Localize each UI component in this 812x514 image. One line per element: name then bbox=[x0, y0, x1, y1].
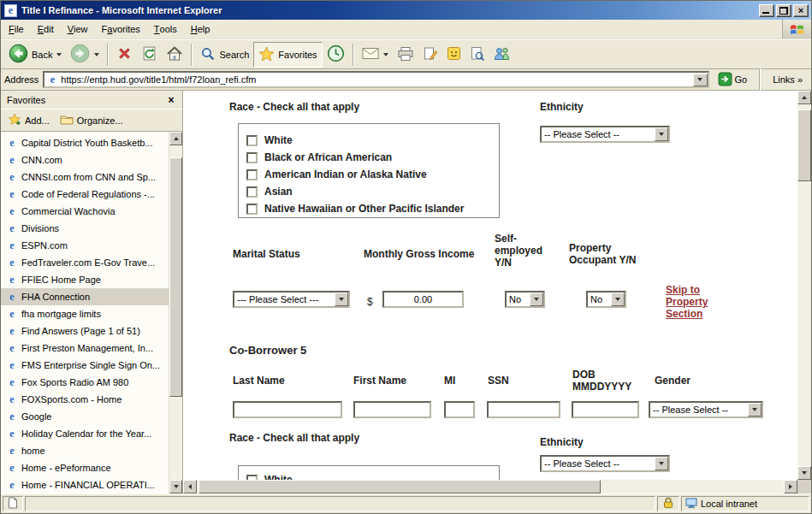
favorites-button[interactable]: Favorites bbox=[253, 42, 322, 68]
favorites-item[interactable]: eFox Sports Radio AM 980 bbox=[1, 374, 169, 391]
go-button[interactable]: Go bbox=[714, 72, 752, 88]
mail-button[interactable] bbox=[358, 42, 393, 68]
race-checkbox[interactable] bbox=[246, 169, 258, 180]
favorites-item[interactable]: eHome - ePeformance bbox=[1, 459, 169, 476]
ssn-input[interactable] bbox=[487, 401, 560, 418]
favorites-item[interactable]: eFedTraveler.com E-Gov Trave... bbox=[1, 254, 169, 271]
menu-edit[interactable]: Edit bbox=[31, 20, 61, 38]
close-button[interactable]: × bbox=[793, 4, 809, 17]
history-button[interactable] bbox=[323, 42, 349, 68]
favorites-item[interactable]: eFirst Preston Management, In... bbox=[1, 340, 169, 357]
favorites-item[interactable]: eHoliday Calendar for the Year... bbox=[1, 425, 169, 442]
scroll-left-button[interactable] bbox=[183, 480, 197, 493]
forward-dropdown-icon[interactable] bbox=[94, 53, 99, 56]
scroll-track[interactable] bbox=[197, 480, 784, 493]
home-button[interactable] bbox=[162, 42, 187, 68]
links-bar[interactable]: Links » bbox=[768, 74, 808, 85]
last-name-input[interactable] bbox=[233, 401, 342, 418]
favorites-item[interactable]: eGoogle bbox=[1, 408, 169, 425]
ethnicity2-select[interactable]: -- Please Select -- bbox=[540, 455, 670, 472]
favorites-item[interactable]: eHome - FINANCIAL OPERATI... bbox=[1, 476, 169, 493]
first-name-input[interactable] bbox=[353, 401, 431, 418]
address-dropdown-button[interactable] bbox=[693, 74, 708, 86]
dropdown-arrow-button[interactable] bbox=[530, 292, 543, 306]
scroll-up-button[interactable] bbox=[797, 91, 811, 104]
favorites-item[interactable]: ehome bbox=[1, 442, 169, 459]
scroll-down-button[interactable] bbox=[797, 466, 811, 480]
favorites-item[interactable]: eCommercial Wachovia bbox=[1, 203, 169, 220]
refresh-button[interactable] bbox=[137, 42, 162, 68]
address-input[interactable]: e https://entp.hud.gov/title1/html/f72lo… bbox=[43, 71, 708, 88]
property-occupant-select[interactable]: No bbox=[586, 291, 626, 308]
race-checkbox[interactable] bbox=[246, 186, 258, 198]
self-employed-select[interactable]: No bbox=[505, 291, 545, 308]
favorites-item[interactable]: eCode of Federal Regulations -... bbox=[1, 186, 169, 203]
mail-dropdown-icon[interactable] bbox=[383, 53, 388, 56]
page-horizontal-scrollbar[interactable] bbox=[183, 480, 797, 493]
add-favorite-button[interactable]: Add... bbox=[8, 113, 50, 127]
skip-to-property-link[interactable]: Skip to Property Section bbox=[666, 284, 726, 320]
dropdown-arrow-button[interactable] bbox=[611, 292, 625, 306]
forward-button[interactable] bbox=[66, 42, 104, 68]
back-button[interactable]: Back bbox=[4, 42, 66, 68]
favorites-scrollbar[interactable] bbox=[169, 132, 182, 493]
scroll-down-button[interactable] bbox=[169, 480, 182, 493]
ethnicity-select[interactable]: -- Please Select -- bbox=[540, 126, 670, 143]
go-icon bbox=[718, 72, 732, 88]
race-checkbox[interactable] bbox=[246, 135, 258, 146]
scroll-thumb[interactable] bbox=[169, 157, 182, 397]
monthly-income-input[interactable] bbox=[382, 291, 464, 308]
menu-favorites[interactable]: Favorites bbox=[95, 20, 147, 38]
search-button[interactable]: Search bbox=[196, 42, 253, 68]
menu-file[interactable]: File bbox=[2, 20, 31, 38]
favorites-item[interactable]: eESPN.com bbox=[1, 237, 169, 254]
links-chevron-icon[interactable]: » bbox=[797, 74, 803, 85]
edit-button[interactable] bbox=[418, 42, 442, 68]
favorites-item[interactable]: eFOXSports.com - Home bbox=[1, 391, 169, 408]
messenger-button[interactable] bbox=[442, 42, 465, 68]
dob-input[interactable] bbox=[572, 401, 639, 418]
menu-help[interactable]: Help bbox=[184, 20, 217, 38]
people-button[interactable] bbox=[489, 42, 514, 68]
dropdown-arrow-button[interactable] bbox=[655, 457, 668, 470]
favorites-item[interactable]: eFind Answers (Page 1 of 51) bbox=[1, 322, 169, 340]
favorites-close-button[interactable]: × bbox=[164, 94, 178, 106]
marital-status-select[interactable]: --- Please Select --- bbox=[233, 291, 350, 308]
race-checkbox[interactable] bbox=[246, 152, 258, 163]
research-button[interactable] bbox=[465, 42, 489, 68]
favorites-item[interactable]: efha mortgage limits bbox=[1, 305, 169, 322]
favorites-item[interactable]: eFFIEC Home Page bbox=[1, 271, 169, 288]
scroll-thumb[interactable] bbox=[797, 109, 811, 181]
favorites-item[interactable]: eDivisions bbox=[1, 220, 169, 237]
favorites-item[interactable]: eCNN.com bbox=[1, 151, 169, 168]
favorites-item[interactable]: eFMS Enterprise Single Sign On... bbox=[1, 357, 169, 374]
dropdown-arrow-button[interactable] bbox=[335, 292, 348, 306]
menu-tools[interactable]: Tools bbox=[147, 20, 184, 38]
favorites-item-label: Home - FINANCIAL OPERATI... bbox=[21, 480, 155, 490]
restore-button[interactable] bbox=[776, 4, 791, 17]
scroll-right-button[interactable] bbox=[784, 480, 797, 493]
print-button[interactable] bbox=[393, 42, 418, 68]
dropdown-arrow-button[interactable] bbox=[655, 127, 668, 141]
favorites-item[interactable]: eCNNSI.com from CNN and Sp... bbox=[1, 168, 169, 186]
organize-favorites-button[interactable]: Organize... bbox=[60, 114, 123, 127]
favorites-panel-title: Favorites bbox=[7, 95, 164, 105]
favorites-item[interactable]: eCapital District Youth Basketb... bbox=[1, 134, 169, 151]
favorites-item-selected[interactable]: eFHA Connection bbox=[1, 288, 169, 305]
title-bar[interactable]: e Title I Refinance - Microsoft Internet… bbox=[1, 1, 811, 20]
scroll-thumb[interactable] bbox=[199, 480, 601, 493]
scroll-track[interactable] bbox=[797, 104, 811, 466]
menu-view[interactable]: View bbox=[61, 20, 95, 38]
race-checkbox[interactable] bbox=[246, 204, 258, 215]
scroll-up-button[interactable] bbox=[169, 132, 182, 145]
scroll-track[interactable] bbox=[169, 145, 182, 480]
ethnicity2-select-value: -- Please Select -- bbox=[542, 457, 655, 470]
stop-button[interactable] bbox=[112, 42, 137, 68]
windows-logo-icon bbox=[782, 20, 811, 38]
dropdown-arrow-button[interactable] bbox=[748, 403, 762, 417]
page-vertical-scrollbar[interactable] bbox=[797, 91, 811, 480]
minimize-button[interactable] bbox=[759, 4, 774, 17]
back-dropdown-icon[interactable] bbox=[56, 53, 62, 56]
mi-input[interactable] bbox=[444, 401, 475, 418]
gender-select[interactable]: -- Please Select -- bbox=[649, 401, 763, 418]
